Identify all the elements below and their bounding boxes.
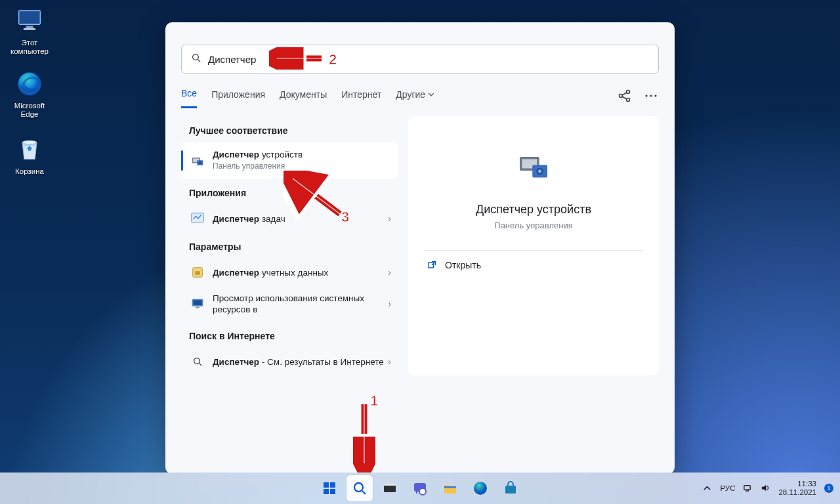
result-text: Диспетчер устройств Панель управления — [213, 149, 391, 172]
chevron-right-icon: › — [388, 299, 391, 309]
svg-rect-45 — [444, 486, 456, 488]
svg-rect-36 — [330, 482, 335, 488]
svg-rect-1 — [20, 11, 39, 23]
search-input[interactable] — [208, 54, 649, 65]
tray-network-icon[interactable] — [743, 483, 753, 494]
svg-rect-37 — [324, 489, 329, 494]
monitor-settings-icon — [190, 297, 205, 311]
section-settings: Параметры — [189, 242, 398, 252]
svg-point-39 — [354, 483, 363, 492]
desktop-icon-recycle-bin[interactable]: Корзина — [4, 135, 55, 176]
search-bar — [181, 45, 659, 74]
result-resource-usage[interactable]: Просмотр использования системных ресурсо… — [181, 286, 398, 322]
chevron-right-icon: › — [388, 356, 391, 367]
svg-rect-35 — [324, 482, 329, 488]
search-tabs-row: Все Приложения Документы Интернет Другие — [165, 74, 675, 108]
result-text: Диспетчер задач — [213, 213, 384, 224]
result-task-manager[interactable]: Диспетчер задач › — [181, 205, 398, 232]
taskbar-explorer[interactable] — [437, 475, 463, 501]
taskbar-edge[interactable] — [467, 475, 494, 501]
start-button[interactable] — [316, 475, 343, 501]
share-icon[interactable] — [617, 88, 633, 104]
system-tray: РУС 11:33 28.11.2021 1 — [702, 480, 833, 497]
svg-line-27 — [200, 364, 201, 366]
svg-point-32 — [538, 169, 541, 173]
svg-point-13 — [645, 94, 647, 96]
svg-rect-24 — [194, 301, 202, 305]
tray-language[interactable]: РУС — [720, 484, 735, 492]
credentials-icon — [190, 265, 205, 280]
desktop-icon-edge[interactable]: Microsoft Edge — [4, 70, 55, 119]
svg-point-26 — [194, 358, 200, 364]
activity-icon — [190, 211, 205, 226]
svg-line-12 — [622, 96, 627, 99]
svg-rect-3 — [24, 28, 35, 30]
desktop-icon-this-pc[interactable]: Этот компьютер — [4, 7, 55, 56]
taskbar-store[interactable] — [497, 475, 524, 501]
result-text: Просмотр использования системных ресурсо… — [213, 293, 384, 315]
taskbar-search-button[interactable] — [346, 475, 373, 501]
result-device-manager[interactable]: Диспетчер устройств Панель управления — [181, 142, 398, 178]
chevron-down-icon — [428, 91, 434, 98]
chevron-right-icon: › — [388, 213, 391, 224]
results-list: Лучшее соответствие Диспетчер устройств … — [181, 116, 398, 375]
svg-point-44 — [419, 488, 426, 495]
tray-notifications[interactable]: 1 — [824, 484, 833, 493]
tray-chevron-icon[interactable] — [702, 483, 712, 494]
search-icon — [190, 354, 205, 369]
svg-point-19 — [199, 161, 201, 164]
device-manager-icon — [515, 148, 552, 184]
section-web: Поиск в Интернете — [189, 331, 398, 341]
svg-point-4 — [18, 73, 41, 96]
tab-web[interactable]: Интернет — [341, 88, 381, 108]
open-icon — [427, 260, 437, 270]
svg-rect-22 — [195, 271, 200, 275]
svg-rect-2 — [26, 26, 33, 28]
result-web-search[interactable]: Диспетчер - См. результаты в Интернете › — [181, 348, 398, 375]
result-text: Диспетчер учетных данных — [213, 267, 384, 278]
section-apps: Приложения — [189, 188, 398, 198]
search-tabs: Все Приложения Документы Интернет Другие — [181, 88, 434, 108]
svg-rect-42 — [384, 484, 396, 486]
result-text: Диспетчер - См. результаты в Интернете — [213, 356, 384, 368]
chevron-right-icon: › — [388, 267, 391, 278]
tab-documents[interactable]: Документы — [280, 88, 327, 108]
taskbar-chat[interactable] — [407, 475, 433, 501]
svg-line-11 — [622, 93, 627, 95]
preview-sub: Панель управления — [424, 220, 643, 251]
tray-volume-icon[interactable] — [761, 483, 770, 494]
svg-line-40 — [362, 491, 366, 494]
search-icon — [191, 52, 201, 66]
svg-rect-49 — [746, 490, 749, 491]
tab-more[interactable]: Другие — [396, 88, 434, 108]
desktop-icon-label: Корзина — [15, 167, 44, 175]
preview-title: Диспетчер устройств — [424, 203, 643, 217]
svg-rect-33 — [429, 262, 434, 268]
recycle-bin-icon — [15, 135, 44, 164]
section-best-match: Лучшее соответствие — [189, 125, 398, 136]
edge-icon — [15, 70, 44, 98]
svg-line-7 — [198, 60, 200, 62]
search-flyout: Все Приложения Документы Интернет Другие… — [165, 22, 675, 474]
taskbar: РУС 11:33 28.11.2021 1 — [0, 472, 840, 504]
result-credential-manager[interactable]: Диспетчер учетных данных › — [181, 259, 398, 286]
svg-rect-48 — [744, 485, 750, 490]
result-preview-pane: Диспетчер устройств Панель управления От… — [408, 116, 659, 375]
desktop-icon-label: Microsoft Edge — [14, 102, 45, 118]
taskbar-task-view[interactable] — [377, 475, 403, 501]
svg-point-5 — [22, 140, 37, 144]
preview-action-open[interactable]: Открыть — [424, 251, 643, 280]
monitor-icon — [15, 7, 44, 35]
svg-point-14 — [650, 94, 652, 96]
more-icon[interactable] — [643, 88, 659, 104]
svg-point-6 — [193, 54, 199, 60]
tab-all[interactable]: Все — [181, 88, 197, 108]
svg-point-46 — [474, 482, 487, 495]
svg-point-15 — [654, 94, 656, 96]
svg-rect-47 — [505, 486, 516, 494]
tab-apps[interactable]: Приложения — [211, 88, 265, 108]
tray-clock[interactable]: 11:33 28.11.2021 — [778, 480, 816, 497]
device-manager-icon — [190, 154, 205, 168]
svg-rect-38 — [330, 489, 335, 494]
svg-rect-25 — [196, 307, 200, 308]
